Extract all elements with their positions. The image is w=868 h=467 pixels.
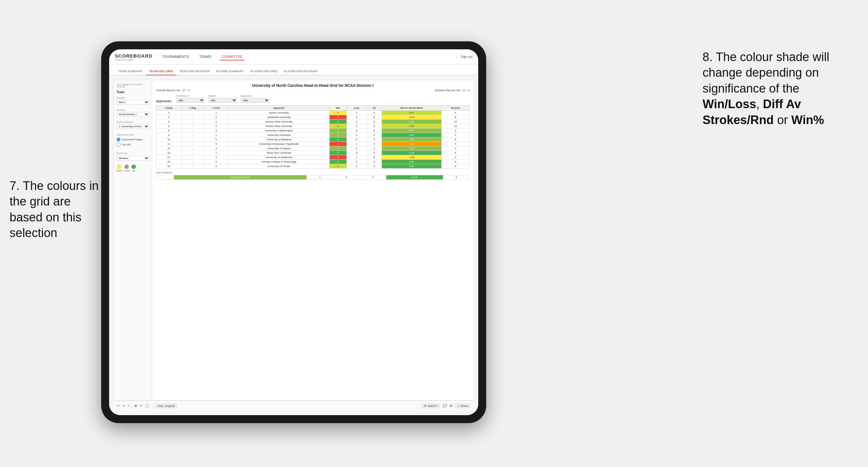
tab-team-summary[interactable]: TEAM SUMMARY [115,67,146,75]
conference-filter: Conference (All) [176,94,205,103]
cell-rounds: 9 [441,151,469,155]
cell-diff: 9.00 [381,133,441,137]
toolbar-right: 👁 Watch ▾ 💬 ⊞ ↗ Share [422,404,471,408]
ood-rounds: 3 [443,175,469,180]
cell-opponent: University of Washington [228,128,329,133]
tab-team-h2h-heatmap[interactable]: TEAM H2H HEATMAP [176,67,213,75]
division-record: Division Record: 88 - 17 - 0 [435,89,470,92]
cell-conf: 1 [204,120,228,124]
app-container: SCOREBOARD Powered by clippd TOURNAMENTS… [109,49,478,415]
legend-up: Up [131,164,136,172]
cell-tie: 0 [367,124,381,128]
out-of-division: Out of division NCAA Division II 1 0 0 [156,171,470,180]
clock-icon[interactable]: 🕐 [145,404,150,408]
nav-committee[interactable]: COMMITTEE [220,54,244,60]
cell-reg: - [182,124,204,128]
crop-icon[interactable]: ✂ [140,404,143,408]
cell-conf: 4 [204,160,228,164]
cell-rank: 14 [156,155,182,160]
cell-loss: 1 [346,111,367,115]
cell-diff: 2.61 [381,137,441,142]
cell-opponent: University of Virginia [228,146,329,151]
col-tie: Tie [367,105,381,111]
cell-rank: 6 [156,124,182,128]
nav-teams[interactable]: TEAMS [197,54,213,60]
cell-loss: 1 [346,155,367,160]
cell-rank: 11 [156,142,182,146]
grid-icon[interactable]: ⊞ [450,404,453,408]
view-original-btn[interactable]: View: Original [155,404,177,408]
cell-diff: 1.67 [381,111,441,115]
cell-reg: - [182,133,204,137]
gender-select[interactable]: Men's [117,100,149,105]
sidebar-team-title: Team [117,90,149,94]
cell-rank: 16 [156,164,182,168]
top-nav: SCOREBOARD Powered by clippd TOURNAMENTS… [109,49,478,65]
redo-icon[interactable]: ↪ [122,404,125,408]
watch-btn[interactable]: 👁 Watch ▾ [422,404,440,408]
colour-by-select[interactable]: Win/loss Diff Av Strokes/Rnd Win% [117,156,149,161]
tab-player-summary[interactable]: PLAYER SUMMARY [213,67,247,75]
radio-top100[interactable]: Top 100 [117,143,149,147]
colour-by-label: Colour by [117,152,149,155]
cell-opponent: University of Oklahoma [228,155,329,160]
region-select[interactable]: (All) [209,98,237,103]
forward-icon[interactable]: ⟩ [128,404,129,408]
school-select[interactable]: 1. University of Nort... [117,124,149,129]
cell-rank: 12 [156,146,182,151]
cell-tie: 0 [367,120,381,124]
cell-tie: 0 [367,146,381,151]
cell-win: 3 [329,164,346,168]
cell-win: 3 [329,137,346,142]
cell-tie: 0 [367,160,381,164]
sidebar: Last Updated: 27/03/2024 16:55:38 Team G… [114,80,152,400]
logo-area: SCOREBOARD Powered by clippd [115,53,152,61]
cell-loss: 1 [346,120,367,124]
cell-loss: 1 [346,142,367,146]
copy-icon[interactable]: ⊞ [134,404,137,408]
nav-tournaments[interactable]: TOURNAMENTS [160,54,191,60]
col-diff: Diff Av Strokes/Rnd [381,105,441,111]
undo-icon[interactable]: ↩ [117,404,120,408]
opponents-label: Opponents: [156,100,172,103]
sidebar-division-label: Division [117,108,149,111]
cell-loss: 0 [346,151,367,155]
cell-loss: 0 [346,128,367,133]
cell-rounds: 3 [441,128,469,133]
cell-diff: 2.28 [381,120,441,124]
out-of-division-label: Out of division [156,171,470,174]
conference-select[interactable]: (All) [176,98,205,103]
division-select[interactable]: NCAA Division I [117,112,149,117]
tab-team-h2h-grid[interactable]: TEAM H2H GRID [146,67,176,75]
region-filter: Region (All) [209,94,237,103]
legend-down: Down [117,164,122,172]
share-btn[interactable]: ↗ Share [455,404,471,408]
cell-loss: 0 [346,146,367,151]
cell-diff: 3.67 [381,128,441,133]
cell-loss: 0 [346,133,367,137]
cell-reg: - [182,137,204,142]
cell-opponent: Texas Tech University [228,151,329,155]
table-row: 11 - 6 University of Arkansas, Fayettevi… [156,142,470,146]
sub-nav: TEAM SUMMARY TEAM H2H GRID TEAM H2H HEAT… [109,65,478,75]
cell-rounds: 2 [441,133,469,137]
cell-diff: -2.29 [381,115,441,120]
sign-out[interactable]: Sign out [457,55,472,59]
cell-conf: 2 [204,164,228,168]
cell-conf: 1 [204,133,228,137]
table-row: 16 - 2 University of Florida 3 1 0 6.62 … [156,164,470,168]
col-loss: Loss [346,105,367,111]
cell-loss: 0 [346,137,367,142]
cell-diff: 2.33 [381,146,441,151]
comment-icon[interactable]: 💬 [442,404,447,408]
radio-opponents-played[interactable]: Opponents Played [117,137,149,142]
table-row: 8 - 2 University of Washington 1 0 0 3.6… [156,128,470,133]
table-row: NCAA Division II 1 0 0 26.00 3 [156,175,470,180]
cell-rank: 9 [156,133,182,137]
tab-player-h2h-grid[interactable]: PLAYER H2H GRID [247,67,281,75]
colour-by-row: Colour by Win/loss Diff Av Strokes/Rnd W… [117,149,149,162]
table-row: 10 - 5 University of Alabama 3 0 0 2.61 … [156,137,470,142]
tablet-frame: SCOREBOARD Powered by clippd TOURNAMENTS… [101,41,486,423]
tab-player-h2h-heatmap[interactable]: PLAYER H2H HEATMAP [281,67,321,75]
opponent-select[interactable]: (All) [241,98,270,103]
